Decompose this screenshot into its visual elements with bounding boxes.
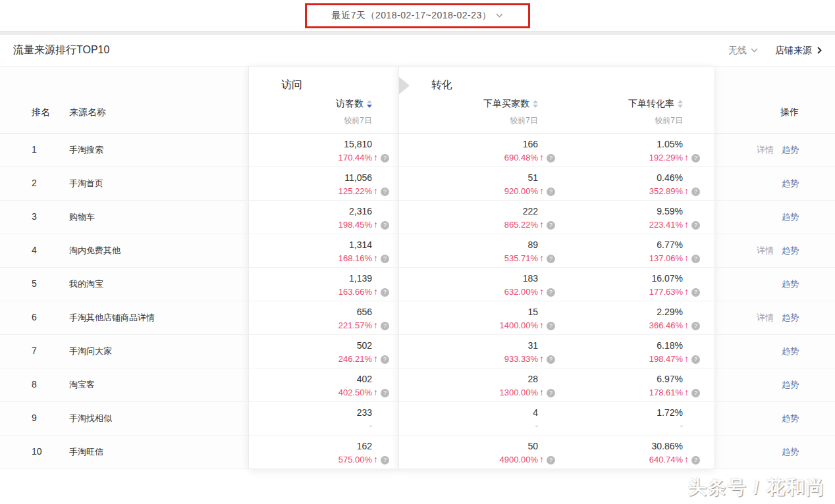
help-info-icon[interactable]: ?: [381, 188, 389, 196]
conversion-rate-cell: 2.29% 366.46%↑? -: [562, 301, 714, 334]
up-arrow-icon: ↑: [539, 454, 544, 465]
help-info-icon[interactable]: ?: [691, 255, 700, 263]
buyers-value: 4: [398, 407, 538, 419]
change-percent: 246.21%: [338, 354, 372, 364]
conv-rate-value: 1.72%: [562, 407, 683, 419]
visitors-change: 246.21%↑? -: [248, 352, 389, 366]
terminal-filter-dropdown[interactable]: 无线: [728, 45, 758, 57]
help-info-icon[interactable]: ?: [381, 389, 389, 397]
rank-cell: 4: [0, 234, 59, 267]
buyers-value: 183: [398, 272, 538, 285]
visitors-cell: 11,056 125.22%↑? -: [248, 167, 398, 200]
help-info-icon[interactable]: ?: [547, 322, 555, 330]
watermark-text: 头条号 / 花和尚: [688, 475, 826, 500]
help-info-icon[interactable]: ?: [381, 154, 389, 163]
action-detail-link[interactable]: 详情: [757, 245, 774, 255]
action-trend-link[interactable]: 趋势: [782, 279, 799, 289]
rank-cell: 5: [0, 268, 59, 301]
change-percent: 402.50%: [338, 388, 372, 397]
change-percent: 177.63%: [649, 287, 683, 297]
actions-cell: 趋势: [714, 167, 835, 200]
visitors-change: 168.16%↑? -: [248, 251, 389, 265]
help-info-icon[interactable]: ?: [691, 221, 700, 230]
help-info-icon[interactable]: ?: [381, 221, 389, 230]
date-range-selector[interactable]: 最近7天（2018-02-17~2018-02-23）: [332, 10, 504, 22]
help-info-icon[interactable]: ?: [381, 456, 389, 465]
column-header-conv-rate-sort[interactable]: 下单转化率: [628, 98, 683, 110]
page-title: 流量来源排行TOP10: [13, 43, 109, 57]
buyers-change: 1400.00%↑? -: [398, 318, 555, 332]
change-percent: 933.33%: [504, 354, 538, 364]
buyers-value: 28: [398, 373, 538, 386]
action-trend-link[interactable]: 趋势: [782, 346, 799, 356]
visitors-value: 162: [248, 440, 372, 453]
help-info-icon[interactable]: ?: [691, 288, 700, 297]
action-trend-link[interactable]: 趋势: [782, 245, 799, 255]
help-info-icon[interactable]: ?: [547, 288, 555, 297]
action-trend-link[interactable]: 趋势: [782, 380, 799, 390]
help-info-icon[interactable]: ?: [381, 322, 389, 330]
up-arrow-icon: ↑: [684, 286, 689, 297]
buyers-value: 89: [398, 239, 538, 251]
actions-cell: 趋势: [714, 201, 835, 234]
action-trend-link[interactable]: 趋势: [782, 313, 799, 322]
column-header-visitors-sort[interactable]: 访客数: [336, 98, 372, 110]
shop-source-label: 店铺来源: [775, 45, 812, 57]
up-arrow-icon: ↑: [684, 186, 689, 196]
action-detail-link[interactable]: 详情: [757, 313, 774, 322]
group-header-visit: 访问: [281, 78, 302, 92]
help-info-icon[interactable]: ?: [691, 355, 700, 364]
help-info-icon[interactable]: ?: [547, 456, 555, 465]
source-name-cell: 手淘搜索: [59, 134, 248, 166]
change-percent: 137.06%: [649, 253, 683, 263]
change-percent: 163.66%: [338, 287, 372, 297]
order-buyers-cell: 31 933.33%↑? -: [398, 335, 562, 368]
buyers-change: 632.00%↑? -: [398, 285, 555, 299]
up-arrow-icon: ↑: [373, 387, 378, 397]
help-info-icon[interactable]: ?: [547, 389, 555, 397]
visitors-cell: 656 221.57%↑? -: [248, 301, 398, 334]
order-buyers-cell: 50 4900.00%↑? -: [398, 436, 562, 468]
visitors-value: 15,810: [248, 138, 372, 151]
visitors-cell: 2,316 198.45%↑? -: [248, 201, 398, 234]
up-arrow-icon: ↑: [373, 286, 378, 297]
help-info-icon[interactable]: ?: [381, 355, 389, 364]
buyers-value: 222: [398, 205, 538, 218]
action-trend-link[interactable]: 趋势: [782, 212, 799, 222]
rank-cell: 3: [0, 201, 59, 234]
up-arrow-icon: ↑: [684, 387, 689, 397]
help-info-icon[interactable]: ?: [547, 355, 555, 364]
order-buyers-cell: 222 865.22%↑? -: [398, 201, 562, 234]
help-info-icon[interactable]: ?: [691, 456, 700, 465]
action-trend-link[interactable]: 趋势: [782, 413, 799, 423]
help-info-icon[interactable]: ?: [547, 255, 555, 263]
conv-rate-change: 177.63%↑? -: [562, 285, 700, 299]
visitors-cell: 1,314 168.16%↑? -: [248, 234, 398, 267]
source-name-cell: 淘内免费其他: [59, 234, 248, 267]
column-header-buyers-sort[interactable]: 下单买家数: [483, 98, 538, 110]
help-info-icon[interactable]: ?: [547, 221, 555, 230]
change-percent: 125.22%: [338, 186, 372, 196]
conversion-rate-cell: 6.97% 178.61%↑? -: [562, 368, 714, 401]
help-info-icon[interactable]: ?: [547, 188, 555, 196]
help-info-icon[interactable]: ?: [691, 188, 700, 196]
help-info-icon[interactable]: ?: [381, 288, 389, 297]
action-trend-link[interactable]: 趋势: [782, 145, 799, 155]
column-header-rank: 排名: [0, 107, 59, 118]
help-info-icon[interactable]: ?: [547, 154, 555, 163]
action-trend-link[interactable]: 趋势: [782, 178, 799, 188]
conv-rate-change: 137.06%↑? -: [562, 251, 700, 265]
help-info-icon[interactable]: ?: [691, 322, 700, 330]
visitors-change: 125.22%↑? -: [248, 184, 389, 198]
action-detail-link[interactable]: 详情: [757, 145, 774, 155]
up-arrow-icon: ↑: [373, 353, 378, 364]
action-trend-link[interactable]: 趋势: [782, 447, 799, 457]
conversion-rate-cell: 30.86% 640.74%↑? -: [562, 436, 714, 468]
actions-cell: 趋势: [714, 368, 835, 401]
help-info-icon[interactable]: ?: [691, 389, 700, 397]
help-info-icon[interactable]: ?: [381, 255, 389, 263]
no-change-dash: -: [369, 420, 372, 430]
help-info-icon[interactable]: ?: [691, 154, 700, 163]
visitors-change: 402.50%↑? -: [248, 386, 389, 399]
shop-source-link[interactable]: 店铺来源: [775, 45, 823, 57]
